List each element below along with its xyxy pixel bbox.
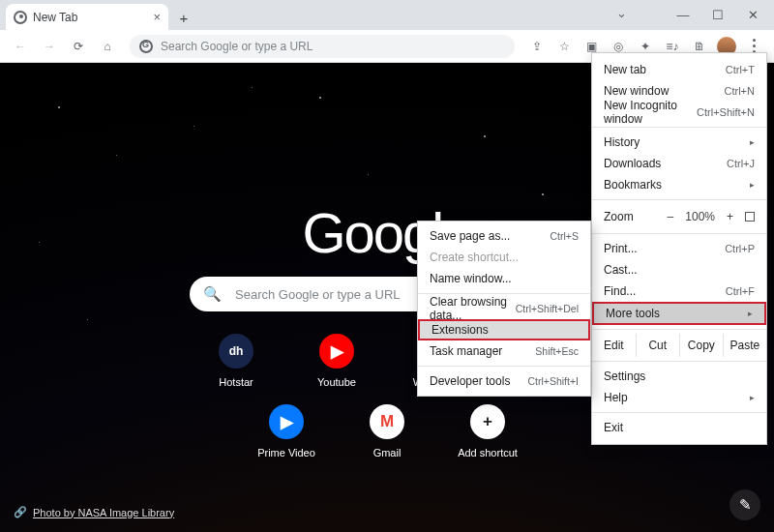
add-shortcut-button[interactable]: + Add shortcut — [459, 404, 517, 458]
browser-tab[interactable]: New Tab × — [6, 4, 168, 30]
reload-button[interactable]: ⟳ — [66, 34, 91, 59]
menu-find[interactable]: Find...Ctrl+F — [592, 281, 766, 302]
new-tab-button[interactable]: + — [176, 10, 192, 25]
zoom-value: 100% — [685, 210, 715, 223]
menu-new-incognito[interactable]: New Incognito windowCtrl+Shift+N — [592, 102, 766, 123]
window-maximize-button[interactable]: ☐ — [700, 2, 735, 27]
shortcut-gmail[interactable]: M Gmail — [358, 404, 416, 458]
submenu-save-page-as[interactable]: Save page as...Ctrl+S — [418, 225, 590, 247]
search-engine-icon — [139, 40, 153, 53]
shortcut-primevideo[interactable]: ▶ Prime Video — [257, 404, 315, 458]
home-button[interactable]: ⌂ — [95, 34, 120, 59]
play-icon: ▶ — [319, 334, 354, 369]
play-icon: ▶ — [269, 404, 304, 439]
shortcut-icon: dh — [219, 334, 253, 369]
menu-more-tools[interactable]: More tools▸ — [592, 302, 766, 325]
customize-pencil-button[interactable]: ✎ — [729, 489, 760, 520]
menu-downloads[interactable]: DownloadsCtrl+J — [592, 153, 766, 174]
share-icon[interactable]: ⇪ — [524, 34, 550, 59]
menu-cast[interactable]: Cast... — [592, 259, 766, 281]
omnibox-placeholder: Search Google or type a URL — [161, 40, 313, 53]
tab-strip: New Tab × + ⌄ — ☐ ✕ — [0, 0, 774, 30]
menu-history[interactable]: History▸ — [592, 132, 766, 153]
shortcut-hotstar[interactable]: dh Hotstar — [207, 334, 265, 388]
submenu-clear-browsing-data[interactable]: Clear browsing data...Ctrl+Shift+Del — [418, 298, 590, 319]
search-icon: 🔍 — [203, 285, 222, 303]
forward-button[interactable]: → — [37, 34, 62, 59]
zoom-in-button[interactable]: + — [727, 210, 733, 223]
menu-print[interactable]: Print...Ctrl+P — [592, 238, 766, 259]
menu-bookmarks[interactable]: Bookmarks▸ — [592, 174, 766, 195]
shortcut-label: Prime Video — [257, 447, 315, 458]
shortcut-youtube[interactable]: ▶ Youtube — [308, 334, 366, 388]
submenu-task-manager[interactable]: Task managerShift+Esc — [418, 340, 590, 362]
submenu-name-window[interactable]: Name window... — [418, 268, 590, 289]
shortcut-label: Gmail — [373, 447, 402, 458]
menu-new-tab[interactable]: New tabCtrl+T — [592, 59, 766, 80]
link-icon: 🔗 — [14, 506, 27, 518]
close-tab-icon[interactable]: × — [153, 10, 161, 24]
zoom-out-button[interactable]: – — [668, 210, 674, 223]
shortcut-label: Add shortcut — [458, 447, 518, 458]
submenu-create-shortcut[interactable]: Create shortcut... — [418, 247, 590, 268]
attribution-text: Photo by NASA Image Library — [33, 507, 174, 518]
mail-icon: M — [370, 404, 404, 439]
menu-paste[interactable]: Paste — [723, 334, 766, 357]
tab-favicon — [14, 11, 27, 24]
wallpaper-attribution[interactable]: 🔗 Photo by NASA Image Library — [14, 506, 174, 518]
menu-zoom: Zoom – 100% + — [592, 204, 766, 229]
window-minimize-button[interactable]: — — [666, 2, 700, 27]
menu-help[interactable]: Help▸ — [592, 387, 766, 408]
menu-edit-row: Edit Cut Copy Paste — [592, 334, 766, 357]
shortcut-label: Youtube — [317, 376, 356, 388]
menu-settings[interactable]: Settings — [592, 366, 766, 387]
ntp-shortcuts-row2: ▶ Prime Video M Gmail + Add shortcut — [257, 404, 517, 458]
plus-icon: + — [470, 404, 505, 439]
submenu-extensions[interactable]: Extensions — [418, 319, 590, 340]
tab-title: New Tab — [33, 11, 77, 24]
menu-exit[interactable]: Exit — [592, 417, 766, 438]
kebab-dropdown-menu: New tabCtrl+T New windowCtrl+N New Incog… — [591, 52, 767, 445]
menu-copy[interactable]: Copy — [679, 334, 723, 357]
shortcut-label: Hotstar — [219, 376, 253, 388]
submenu-developer-tools[interactable]: Developer toolsCtrl+Shift+I — [418, 370, 590, 392]
chevron-down-icon[interactable]: ⌄ — [616, 6, 627, 20]
fullscreen-icon[interactable] — [745, 212, 755, 222]
bookmark-star-icon[interactable]: ☆ — [551, 34, 577, 59]
address-bar[interactable]: Search Google or type a URL — [130, 35, 515, 58]
menu-cut[interactable]: Cut — [636, 334, 679, 357]
more-tools-submenu: Save page as...Ctrl+S Create shortcut...… — [417, 221, 591, 397]
back-button[interactable]: ← — [8, 34, 33, 59]
searchbox-placeholder: Search Google or type a URL — [235, 287, 401, 302]
menu-edit-label: Edit — [592, 339, 636, 352]
window-close-button[interactable]: ✕ — [735, 2, 770, 27]
